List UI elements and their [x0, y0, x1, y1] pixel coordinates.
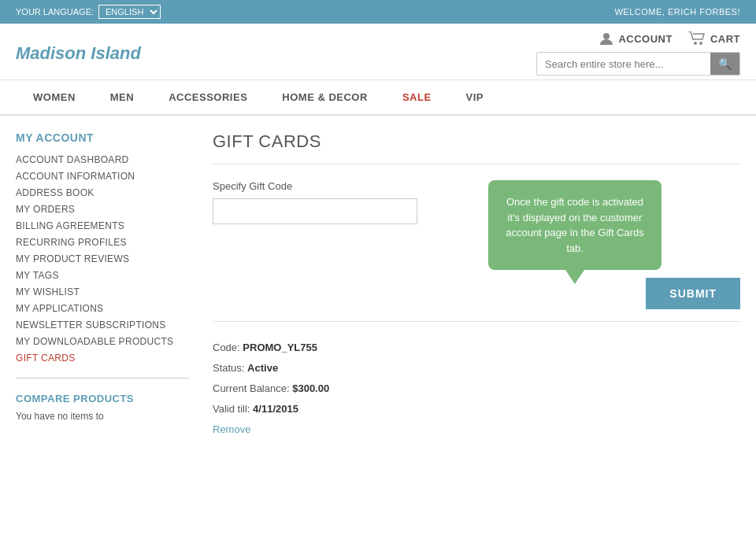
sidebar-item-gift-cards[interactable]: GIFT CARDS — [16, 353, 75, 364]
sidebar-item-tags[interactable]: MY TAGS — [16, 270, 59, 281]
status-label: Status: — [213, 362, 244, 374]
sidebar-item-newsletter[interactable]: NEWSLETTER SUBSCRIPTIONS — [16, 319, 166, 331]
nav-item-home-decor[interactable]: HOME & DECOR — [265, 80, 385, 114]
language-label: YOUR LANGUAGE: — [16, 7, 94, 17]
site-logo[interactable]: Madison Island — [16, 43, 141, 64]
sidebar-item-downloadable[interactable]: MY DOWNLOADABLE PRODUCTS — [16, 336, 173, 347]
language-dropdown[interactable]: ENGLISH — [98, 5, 161, 19]
valid-row: Valid till: 4/11/2015 — [213, 399, 740, 419]
header-actions: ACCOUNT CART — [599, 31, 740, 46]
language-selector[interactable]: YOUR LANGUAGE: ENGLISH — [16, 5, 161, 19]
header: Madison Island ACCOUNT — [0, 24, 756, 80]
account-link[interactable]: ACCOUNT — [599, 31, 673, 46]
account-label: ACCOUNT — [618, 33, 673, 45]
search-bar: 🔍 — [536, 52, 740, 76]
valid-label: Valid till: — [213, 403, 250, 415]
specify-label: Specify Gift Code — [213, 180, 417, 192]
header-right: ACCOUNT CART 🔍 — [536, 31, 740, 76]
sidebar-item-dashboard[interactable]: ACCOUNT DASHBOARD — [16, 154, 129, 165]
balance-row: Current Balance: $300.00 — [213, 379, 740, 399]
cart-icon — [688, 31, 706, 46]
tooltip-bubble: Once the gift code is activated it's dis… — [488, 180, 662, 270]
svg-point-2 — [699, 42, 702, 45]
code-value: PROMO_YL755 — [243, 342, 317, 353]
remove-row: Remove — [213, 419, 740, 440]
sidebar-item-applications[interactable]: MY APPLICATIONS — [16, 303, 103, 314]
my-account-title: MY ACCOUNT — [16, 131, 189, 144]
balance-label: Current Balance: — [213, 382, 290, 394]
submit-button[interactable]: SUBMIT — [646, 278, 740, 309]
sidebar-item-recurring[interactable]: RECURRING PROFILES — [16, 237, 127, 248]
compare-title: COMPARE PRODUCTS — [16, 393, 189, 404]
top-bar: YOUR LANGUAGE: ENGLISH WELCOME, ERICH FO… — [0, 0, 756, 24]
valid-value: 4/11/2015 — [253, 403, 298, 415]
svg-point-1 — [694, 42, 697, 45]
submit-row: SUBMIT — [213, 278, 740, 322]
nav-item-sale[interactable]: SALE — [385, 80, 449, 114]
nav-item-women[interactable]: WOMEN — [16, 80, 93, 114]
gift-card-details: Code: PROMO_YL755 Status: Active Current… — [213, 338, 740, 440]
sidebar: MY ACCOUNT ACCOUNT DASHBOARD ACCOUNT INF… — [16, 131, 189, 440]
no-items-text: You have no items to — [16, 411, 189, 422]
sidebar-menu: ACCOUNT DASHBOARD ACCOUNT INFORMATION AD… — [16, 153, 189, 364]
main-container: MY ACCOUNT ACCOUNT DASHBOARD ACCOUNT INF… — [0, 116, 756, 456]
gift-code-input[interactable] — [213, 198, 417, 224]
nav-item-accessories[interactable]: ACCESSORIES — [151, 80, 265, 114]
cart-link[interactable]: CART — [688, 31, 740, 46]
welcome-message: WELCOME, ERICH FORBES! — [614, 7, 740, 17]
code-row: Code: PROMO_YL755 — [213, 338, 740, 358]
gift-code-row — [213, 198, 417, 224]
navigation: WOMEN MEN ACCESSORIES HOME & DECOR SALE … — [0, 80, 756, 116]
sidebar-item-account-info[interactable]: ACCOUNT INFORMATION — [16, 171, 135, 182]
page-title: GIFT CARDS — [213, 131, 740, 164]
sidebar-item-reviews[interactable]: MY PRODUCT REVIEWS — [16, 253, 129, 264]
sidebar-item-wishlist[interactable]: MY WISHLIST — [16, 286, 80, 297]
status-row: Status: Active — [213, 358, 740, 379]
status-value: Active — [247, 362, 278, 374]
nav-item-men[interactable]: MEN — [93, 80, 151, 114]
balance-value: $300.00 — [292, 382, 329, 394]
svg-point-0 — [603, 33, 610, 39]
search-input[interactable] — [537, 54, 710, 75]
main-content: GIFT CARDS Specify Gift Code Once the gi… — [213, 131, 740, 440]
search-button[interactable]: 🔍 — [710, 53, 739, 75]
remove-link[interactable]: Remove — [213, 423, 250, 435]
sidebar-item-address-book[interactable]: ADDRESS BOOK — [16, 187, 94, 198]
code-label: Code: — [213, 342, 240, 353]
sidebar-item-orders[interactable]: MY ORDERS — [16, 204, 75, 215]
sidebar-divider — [16, 378, 189, 379]
nav-item-vip[interactable]: VIP — [449, 80, 501, 114]
sidebar-item-billing[interactable]: BILLING AGREEMENTS — [16, 220, 124, 231]
account-icon — [599, 31, 613, 46]
gift-code-section: Specify Gift Code — [213, 180, 417, 240]
cart-label: CART — [710, 33, 740, 45]
